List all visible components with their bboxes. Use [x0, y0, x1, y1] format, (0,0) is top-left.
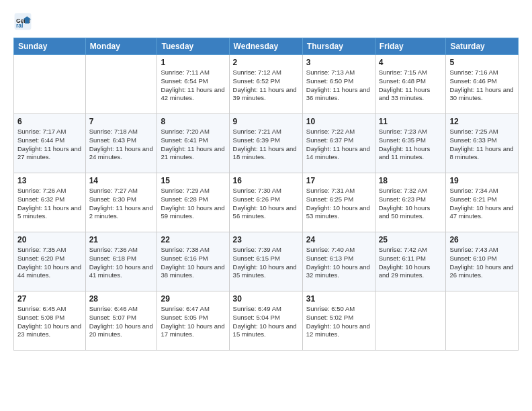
day-info: Sunrise: 7:16 AM Sunset: 6:46 PM Dayligh… [449, 68, 515, 103]
calendar-cell: 3Sunrise: 7:13 AM Sunset: 6:50 PM Daylig… [302, 55, 375, 114]
day-number: 10 [306, 117, 371, 126]
day-number: 3 [306, 58, 371, 67]
calendar-cell: 12Sunrise: 7:25 AM Sunset: 6:33 PM Dayli… [446, 114, 519, 173]
day-info: Sunrise: 7:27 AM Sunset: 6:30 PM Dayligh… [89, 187, 154, 221]
calendar-cell [446, 291, 519, 351]
calendar-cell: 1Sunrise: 7:11 AM Sunset: 6:54 PM Daylig… [157, 55, 229, 114]
logo-icon: Gene ral [13, 12, 32, 31]
day-info: Sunrise: 7:18 AM Sunset: 6:43 PM Dayligh… [89, 128, 154, 162]
calendar-cell: 16Sunrise: 7:30 AM Sunset: 6:26 PM Dayli… [229, 173, 302, 232]
day-info: Sunrise: 6:49 AM Sunset: 5:04 PM Dayligh… [233, 305, 299, 339]
day-info: Sunrise: 7:40 AM Sunset: 6:13 PM Dayligh… [306, 246, 371, 280]
calendar-cell: 28Sunrise: 6:46 AM Sunset: 5:07 PM Dayli… [85, 291, 157, 351]
weekday-header: Thursday [302, 38, 375, 55]
day-number: 12 [449, 117, 515, 126]
calendar-cell: 20Sunrise: 7:35 AM Sunset: 6:20 PM Dayli… [14, 232, 86, 291]
day-number: 20 [17, 235, 82, 244]
logo: Gene ral [13, 12, 35, 31]
day-info: Sunrise: 7:35 AM Sunset: 6:20 PM Dayligh… [17, 246, 82, 280]
day-info: Sunrise: 7:34 AM Sunset: 6:21 PM Dayligh… [449, 187, 515, 221]
calendar-cell: 23Sunrise: 7:39 AM Sunset: 6:15 PM Dayli… [229, 232, 302, 291]
calendar-cell: 22Sunrise: 7:38 AM Sunset: 6:16 PM Dayli… [157, 232, 229, 291]
calendar-cell: 21Sunrise: 7:36 AM Sunset: 6:18 PM Dayli… [85, 232, 157, 291]
day-number: 9 [233, 117, 299, 126]
weekday-header: Friday [375, 38, 446, 55]
calendar-cell: 30Sunrise: 6:49 AM Sunset: 5:04 PM Dayli… [229, 291, 302, 351]
day-number: 24 [306, 235, 371, 244]
day-info: Sunrise: 7:31 AM Sunset: 6:25 PM Dayligh… [306, 187, 371, 221]
day-number: 2 [233, 58, 299, 67]
day-number: 4 [379, 58, 443, 67]
day-info: Sunrise: 7:43 AM Sunset: 6:10 PM Dayligh… [449, 246, 515, 280]
day-number: 17 [306, 176, 371, 185]
calendar-cell: 29Sunrise: 6:47 AM Sunset: 5:05 PM Dayli… [157, 291, 229, 351]
day-info: Sunrise: 7:21 AM Sunset: 6:39 PM Dayligh… [233, 128, 299, 162]
calendar-cell [85, 55, 157, 114]
day-info: Sunrise: 7:23 AM Sunset: 6:35 PM Dayligh… [379, 128, 443, 162]
calendar-cell: 8Sunrise: 7:20 AM Sunset: 6:41 PM Daylig… [157, 114, 229, 173]
calendar-cell: 6Sunrise: 7:17 AM Sunset: 6:44 PM Daylig… [14, 114, 86, 173]
day-number: 29 [161, 294, 225, 304]
day-number: 28 [89, 294, 154, 304]
calendar-cell: 24Sunrise: 7:40 AM Sunset: 6:13 PM Dayli… [302, 232, 375, 291]
calendar-cell [375, 291, 446, 351]
day-number: 16 [233, 176, 299, 185]
calendar-week-row: 1Sunrise: 7:11 AM Sunset: 6:54 PM Daylig… [14, 55, 519, 114]
calendar-header-row: SundayMondayTuesdayWednesdayThursdayFrid… [14, 38, 519, 55]
day-number: 31 [306, 294, 371, 304]
day-info: Sunrise: 7:11 AM Sunset: 6:54 PM Dayligh… [161, 68, 225, 103]
weekday-header: Tuesday [157, 38, 229, 55]
calendar-cell: 18Sunrise: 7:32 AM Sunset: 6:23 PM Dayli… [375, 173, 446, 232]
day-info: Sunrise: 7:20 AM Sunset: 6:41 PM Dayligh… [161, 128, 225, 162]
day-info: Sunrise: 7:38 AM Sunset: 6:16 PM Dayligh… [161, 246, 225, 280]
day-number: 26 [449, 235, 515, 244]
calendar-week-row: 13Sunrise: 7:26 AM Sunset: 6:32 PM Dayli… [14, 173, 519, 232]
calendar-cell: 26Sunrise: 7:43 AM Sunset: 6:10 PM Dayli… [446, 232, 519, 291]
day-number: 13 [17, 176, 82, 185]
day-number: 21 [89, 235, 154, 244]
day-number: 30 [233, 294, 299, 304]
calendar-cell: 19Sunrise: 7:34 AM Sunset: 6:21 PM Dayli… [446, 173, 519, 232]
day-info: Sunrise: 7:13 AM Sunset: 6:50 PM Dayligh… [306, 68, 371, 103]
day-info: Sunrise: 6:50 AM Sunset: 5:02 PM Dayligh… [306, 305, 371, 339]
calendar-cell: 2Sunrise: 7:12 AM Sunset: 6:52 PM Daylig… [229, 55, 302, 114]
calendar-cell: 31Sunrise: 6:50 AM Sunset: 5:02 PM Dayli… [302, 291, 375, 351]
calendar-cell: 9Sunrise: 7:21 AM Sunset: 6:39 PM Daylig… [229, 114, 302, 173]
day-number: 11 [379, 117, 443, 126]
day-info: Sunrise: 7:15 AM Sunset: 6:48 PM Dayligh… [379, 68, 443, 103]
weekday-header: Monday [85, 38, 157, 55]
weekday-header: Saturday [446, 38, 519, 55]
day-info: Sunrise: 7:36 AM Sunset: 6:18 PM Dayligh… [89, 246, 154, 280]
day-info: Sunrise: 7:17 AM Sunset: 6:44 PM Dayligh… [17, 128, 82, 162]
day-number: 7 [89, 117, 154, 126]
day-info: Sunrise: 7:12 AM Sunset: 6:52 PM Dayligh… [233, 68, 299, 103]
day-info: Sunrise: 7:39 AM Sunset: 6:15 PM Dayligh… [233, 246, 299, 280]
day-info: Sunrise: 6:46 AM Sunset: 5:07 PM Dayligh… [89, 305, 154, 339]
day-number: 22 [161, 235, 225, 244]
calendar-cell: 4Sunrise: 7:15 AM Sunset: 6:48 PM Daylig… [375, 55, 446, 114]
calendar-cell: 11Sunrise: 7:23 AM Sunset: 6:35 PM Dayli… [375, 114, 446, 173]
page-header: Gene ral [13, 12, 519, 31]
day-number: 27 [17, 294, 82, 304]
calendar-week-row: 20Sunrise: 7:35 AM Sunset: 6:20 PM Dayli… [14, 232, 519, 291]
calendar-table: SundayMondayTuesdayWednesdayThursdayFrid… [13, 38, 519, 351]
calendar-cell: 10Sunrise: 7:22 AM Sunset: 6:37 PM Dayli… [302, 114, 375, 173]
svg-text:ral: ral [16, 22, 23, 29]
day-info: Sunrise: 7:32 AM Sunset: 6:23 PM Dayligh… [379, 187, 443, 221]
weekday-header: Sunday [14, 38, 86, 55]
calendar-cell: 5Sunrise: 7:16 AM Sunset: 6:46 PM Daylig… [446, 55, 519, 114]
day-info: Sunrise: 7:30 AM Sunset: 6:26 PM Dayligh… [233, 187, 299, 221]
day-info: Sunrise: 7:22 AM Sunset: 6:37 PM Dayligh… [306, 128, 371, 162]
calendar-cell: 15Sunrise: 7:29 AM Sunset: 6:28 PM Dayli… [157, 173, 229, 232]
day-number: 14 [89, 176, 154, 185]
day-info: Sunrise: 7:42 AM Sunset: 6:11 PM Dayligh… [379, 246, 443, 280]
day-info: Sunrise: 7:29 AM Sunset: 6:28 PM Dayligh… [161, 187, 225, 221]
calendar-week-row: 6Sunrise: 7:17 AM Sunset: 6:44 PM Daylig… [14, 114, 519, 173]
day-info: Sunrise: 6:47 AM Sunset: 5:05 PM Dayligh… [161, 305, 225, 339]
day-number: 15 [161, 176, 225, 185]
calendar-cell: 14Sunrise: 7:27 AM Sunset: 6:30 PM Dayli… [85, 173, 157, 232]
day-number: 1 [161, 58, 225, 67]
day-number: 8 [161, 117, 225, 126]
day-info: Sunrise: 6:45 AM Sunset: 5:08 PM Dayligh… [17, 305, 82, 339]
day-number: 5 [449, 58, 515, 67]
